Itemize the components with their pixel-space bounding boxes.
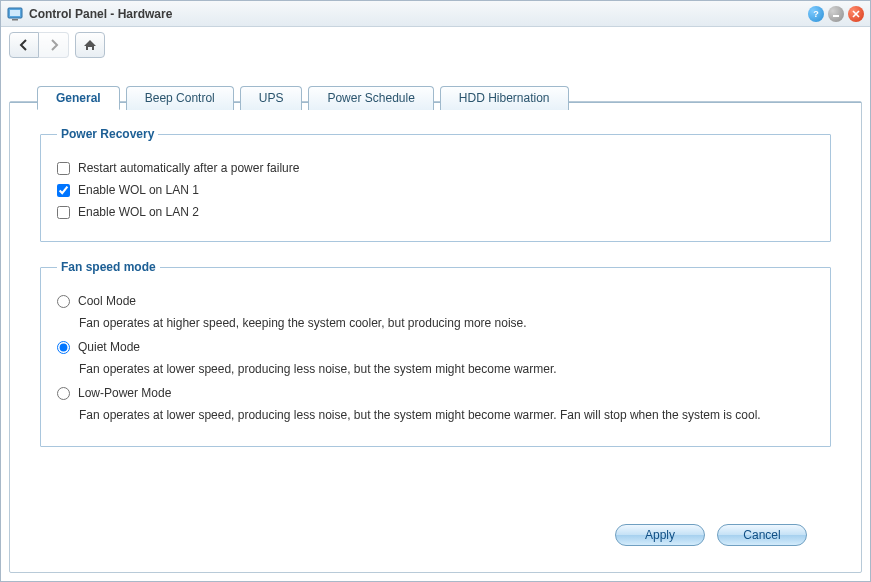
cool-mode-label: Cool Mode [78,294,136,308]
back-button[interactable] [9,32,39,58]
toolbar [1,27,870,63]
lowpower-mode-label: Low-Power Mode [78,386,171,400]
quiet-mode-desc: Fan operates at lower speed, producing l… [79,362,814,376]
quiet-mode-radio[interactable] [57,341,70,354]
cool-mode-desc: Fan operates at higher speed, keeping th… [79,316,814,330]
tab-hdd-hibernation[interactable]: HDD Hibernation [440,86,569,110]
apply-button[interactable]: Apply [615,524,705,546]
power-recovery-group: Power Recovery Restart automatically aft… [40,127,831,242]
app-icon [7,6,23,22]
forward-button[interactable] [39,32,69,58]
tab-ups[interactable]: UPS [240,86,303,110]
window: Control Panel - Hardware ? General [0,0,871,582]
svg-text:?: ? [813,9,819,19]
tab-beep-control[interactable]: Beep Control [126,86,234,110]
home-button[interactable] [75,32,105,58]
lowpower-mode-radio[interactable] [57,387,70,400]
wol-lan1-label: Enable WOL on LAN 1 [78,183,199,197]
power-recovery-legend: Power Recovery [57,127,158,141]
window-title: Control Panel - Hardware [29,7,172,21]
quiet-mode-label: Quiet Mode [78,340,140,354]
fan-speed-group: Fan speed mode Cool Mode Fan operates at… [40,260,831,447]
dialog-buttons: Apply Cancel [40,514,831,560]
tabstrip: General Beep Control UPS Power Schedule … [37,85,862,109]
cancel-button[interactable]: Cancel [717,524,807,546]
quiet-mode-row[interactable]: Quiet Mode [57,340,814,354]
wol-lan2-checkbox[interactable] [57,206,70,219]
wol-lan1-row[interactable]: Enable WOL on LAN 1 [57,183,814,197]
wol-lan2-label: Enable WOL on LAN 2 [78,205,199,219]
restart-auto-checkbox[interactable] [57,162,70,175]
titlebar: Control Panel - Hardware ? [1,1,870,27]
tab-power-schedule[interactable]: Power Schedule [308,86,433,110]
help-button[interactable]: ? [808,6,824,22]
restart-auto-row[interactable]: Restart automatically after a power fail… [57,161,814,175]
fan-speed-legend: Fan speed mode [57,260,160,274]
wol-lan2-row[interactable]: Enable WOL on LAN 2 [57,205,814,219]
minimize-button[interactable] [828,6,844,22]
restart-auto-label: Restart automatically after a power fail… [78,161,299,175]
lowpower-mode-desc: Fan operates at lower speed, producing l… [79,408,814,422]
svg-rect-2 [12,19,18,21]
cool-mode-radio[interactable] [57,295,70,308]
tab-general[interactable]: General [37,86,120,110]
lowpower-mode-row[interactable]: Low-Power Mode [57,386,814,400]
svg-rect-1 [10,10,20,16]
svg-rect-4 [833,15,839,17]
close-button[interactable] [848,6,864,22]
wol-lan1-checkbox[interactable] [57,184,70,197]
cool-mode-row[interactable]: Cool Mode [57,294,814,308]
tab-panel: Power Recovery Restart automatically aft… [9,101,862,573]
